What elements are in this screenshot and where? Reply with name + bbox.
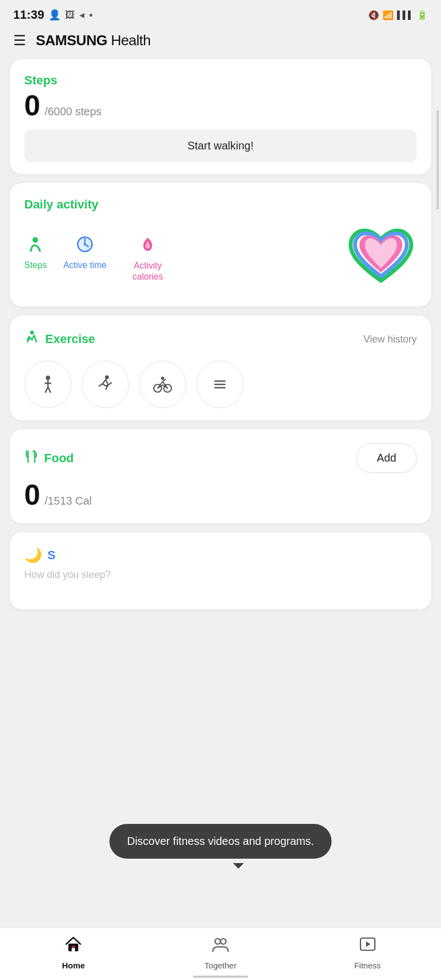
metric-activity-calories[interactable]: Activity calories bbox=[123, 235, 173, 281]
active-time-icon bbox=[76, 235, 94, 257]
sleep-card: 🌙 S How did you sleep? bbox=[10, 532, 431, 609]
steps-card: Steps 0 /6000 steps Start walking! bbox=[10, 59, 431, 174]
image-icon: 🖼 bbox=[65, 9, 75, 21]
cycle-exercise-button[interactable] bbox=[139, 361, 186, 408]
activity-calories-icon bbox=[139, 235, 157, 257]
sleep-icon: 🌙 bbox=[24, 547, 42, 564]
nav-item-home[interactable]: Home bbox=[46, 935, 101, 970]
metric-steps[interactable]: Steps bbox=[24, 235, 47, 270]
signal-icon: ▌▌▌ bbox=[397, 10, 413, 19]
sleep-title: S bbox=[47, 548, 56, 563]
together-icon bbox=[211, 935, 230, 957]
svg-line-11 bbox=[48, 387, 51, 393]
svg-point-25 bbox=[215, 939, 220, 944]
daily-activity-content: Steps Active time bbox=[24, 223, 417, 294]
metric-active-time[interactable]: Active time bbox=[63, 235, 106, 270]
svg-point-6 bbox=[30, 331, 34, 335]
exercise-title: Exercise bbox=[24, 330, 95, 349]
svg-point-12 bbox=[105, 376, 109, 379]
svg-marker-28 bbox=[366, 941, 370, 947]
sleep-header: 🌙 S bbox=[24, 547, 417, 564]
food-header: Food Add bbox=[24, 443, 417, 473]
status-bar: 11:39 👤 🖼 ◂ ● 🔇 📶 ▌▌▌ 🔋 bbox=[0, 0, 441, 26]
dot-icon: ● bbox=[89, 11, 93, 19]
person-icon: 👤 bbox=[49, 9, 61, 21]
exercise-icon bbox=[24, 330, 40, 349]
steps-metric-icon bbox=[26, 235, 44, 257]
exercise-card: Exercise View history bbox=[10, 315, 431, 420]
tooltip-text: Discover fitness videos and programs. bbox=[127, 835, 314, 847]
steps-goal: /6000 steps bbox=[45, 105, 101, 118]
walk-exercise-button[interactable] bbox=[24, 361, 72, 408]
exercise-title-text: Exercise bbox=[45, 332, 95, 346]
nav-label-home: Home bbox=[62, 961, 85, 970]
svg-point-7 bbox=[46, 376, 50, 380]
food-card: Food Add 0 /1513 Cal bbox=[10, 429, 431, 523]
status-time: 11:39 bbox=[13, 8, 44, 22]
tooltip-bubble: Discover fitness videos and programs. bbox=[109, 824, 331, 859]
food-value-row: 0 /1513 Cal bbox=[24, 478, 417, 511]
food-icon bbox=[24, 449, 39, 467]
nav-label-together: Together bbox=[205, 961, 236, 970]
svg-line-10 bbox=[45, 387, 48, 393]
fitness-icon bbox=[358, 935, 377, 957]
more-exercise-button[interactable] bbox=[196, 361, 244, 408]
steps-value-row: 0 /6000 steps bbox=[24, 91, 417, 120]
active-time-label: Active time bbox=[63, 260, 106, 270]
sleep-subtitle: How did you sleep? bbox=[24, 569, 417, 581]
app-header: ☰ SAMSUNG Health bbox=[0, 26, 441, 59]
steps-label: Steps bbox=[24, 73, 417, 88]
health-text: Health bbox=[107, 32, 150, 49]
view-history-button[interactable]: View history bbox=[363, 334, 417, 345]
steps-value: 0 bbox=[24, 91, 40, 120]
food-goal: /1513 Cal bbox=[45, 495, 92, 507]
mute-icon: 🔇 bbox=[368, 10, 379, 20]
food-value: 0 bbox=[24, 478, 40, 511]
add-food-button[interactable]: Add bbox=[356, 443, 417, 473]
wifi-icon: 📶 bbox=[383, 10, 394, 20]
steps-metric-label: Steps bbox=[24, 260, 47, 270]
samsung-text: SAMSUNG bbox=[36, 32, 107, 49]
home-icon bbox=[64, 935, 83, 957]
run-exercise-button[interactable] bbox=[82, 361, 129, 408]
exercise-header: Exercise View history bbox=[24, 330, 417, 349]
status-icons: 🔇 📶 ▌▌▌ 🔋 bbox=[368, 10, 428, 20]
svg-line-13 bbox=[108, 383, 111, 385]
nav-item-fitness[interactable]: Fitness bbox=[340, 935, 395, 970]
svg-point-16 bbox=[161, 377, 164, 380]
daily-activity-card: Daily activity Steps bbox=[10, 183, 431, 307]
nav-label-fitness: Fitness bbox=[354, 961, 380, 970]
food-title: Food bbox=[24, 449, 74, 467]
heart-rings-graphic bbox=[345, 223, 417, 294]
start-walking-button[interactable]: Start walking! bbox=[24, 130, 417, 162]
food-title-text: Food bbox=[44, 451, 74, 465]
home-indicator bbox=[193, 976, 248, 978]
app-title: SAMSUNG Health bbox=[36, 32, 150, 49]
scroll-indicator bbox=[437, 110, 439, 210]
location-icon: ◂ bbox=[79, 9, 84, 21]
svg-point-5 bbox=[84, 243, 86, 245]
exercise-buttons bbox=[24, 361, 417, 408]
svg-point-26 bbox=[220, 939, 226, 944]
activity-metrics: Steps Active time bbox=[24, 235, 173, 281]
bottom-nav: Home Together Fitness bbox=[0, 928, 441, 980]
activity-calories-label: Activity calories bbox=[123, 260, 173, 281]
svg-point-24 bbox=[72, 946, 75, 949]
battery-icon: 🔋 bbox=[417, 10, 428, 20]
svg-point-0 bbox=[33, 237, 38, 243]
nav-item-together[interactable]: Together bbox=[193, 935, 248, 970]
hamburger-menu-icon[interactable]: ☰ bbox=[13, 32, 26, 49]
content-area: Steps 0 /6000 steps Start walking! Daily… bbox=[0, 59, 441, 687]
daily-activity-title: Daily activity bbox=[24, 197, 417, 212]
